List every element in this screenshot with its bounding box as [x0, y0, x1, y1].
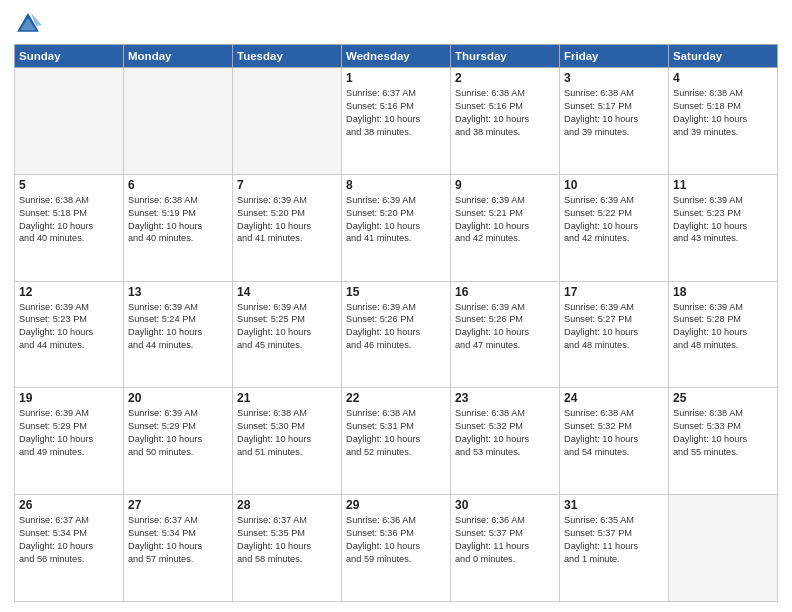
day-number: 18: [673, 285, 773, 299]
day-number: 14: [237, 285, 337, 299]
day-number: 28: [237, 498, 337, 512]
day-info: Sunrise: 6:38 AMSunset: 5:17 PMDaylight:…: [564, 87, 664, 139]
day-number: 5: [19, 178, 119, 192]
calendar-cell: 17Sunrise: 6:39 AMSunset: 5:27 PMDayligh…: [560, 281, 669, 388]
calendar-cell: 3Sunrise: 6:38 AMSunset: 5:17 PMDaylight…: [560, 68, 669, 175]
calendar-cell: 31Sunrise: 6:35 AMSunset: 5:37 PMDayligh…: [560, 495, 669, 602]
calendar-cell: 16Sunrise: 6:39 AMSunset: 5:26 PMDayligh…: [451, 281, 560, 388]
col-header-sunday: Sunday: [15, 45, 124, 68]
col-header-tuesday: Tuesday: [233, 45, 342, 68]
day-info: Sunrise: 6:38 AMSunset: 5:16 PMDaylight:…: [455, 87, 555, 139]
day-number: 30: [455, 498, 555, 512]
day-number: 17: [564, 285, 664, 299]
day-info: Sunrise: 6:39 AMSunset: 5:23 PMDaylight:…: [673, 194, 773, 246]
day-number: 31: [564, 498, 664, 512]
calendar-cell: [669, 495, 778, 602]
day-info: Sunrise: 6:38 AMSunset: 5:32 PMDaylight:…: [564, 407, 664, 459]
day-number: 13: [128, 285, 228, 299]
col-header-monday: Monday: [124, 45, 233, 68]
col-header-wednesday: Wednesday: [342, 45, 451, 68]
calendar-cell: 11Sunrise: 6:39 AMSunset: 5:23 PMDayligh…: [669, 174, 778, 281]
col-header-friday: Friday: [560, 45, 669, 68]
day-info: Sunrise: 6:38 AMSunset: 5:19 PMDaylight:…: [128, 194, 228, 246]
day-info: Sunrise: 6:39 AMSunset: 5:28 PMDaylight:…: [673, 301, 773, 353]
day-number: 21: [237, 391, 337, 405]
calendar: SundayMondayTuesdayWednesdayThursdayFrid…: [14, 44, 778, 602]
calendar-cell: 1Sunrise: 6:37 AMSunset: 5:16 PMDaylight…: [342, 68, 451, 175]
week-row-4: 19Sunrise: 6:39 AMSunset: 5:29 PMDayligh…: [15, 388, 778, 495]
day-info: Sunrise: 6:39 AMSunset: 5:20 PMDaylight:…: [346, 194, 446, 246]
day-number: 20: [128, 391, 228, 405]
week-row-5: 26Sunrise: 6:37 AMSunset: 5:34 PMDayligh…: [15, 495, 778, 602]
calendar-cell: 23Sunrise: 6:38 AMSunset: 5:32 PMDayligh…: [451, 388, 560, 495]
day-info: Sunrise: 6:38 AMSunset: 5:32 PMDaylight:…: [455, 407, 555, 459]
day-number: 11: [673, 178, 773, 192]
calendar-cell: 9Sunrise: 6:39 AMSunset: 5:21 PMDaylight…: [451, 174, 560, 281]
calendar-cell: 12Sunrise: 6:39 AMSunset: 5:23 PMDayligh…: [15, 281, 124, 388]
week-row-2: 5Sunrise: 6:38 AMSunset: 5:18 PMDaylight…: [15, 174, 778, 281]
calendar-cell: 10Sunrise: 6:39 AMSunset: 5:22 PMDayligh…: [560, 174, 669, 281]
calendar-cell: 24Sunrise: 6:38 AMSunset: 5:32 PMDayligh…: [560, 388, 669, 495]
day-info: Sunrise: 6:37 AMSunset: 5:16 PMDaylight:…: [346, 87, 446, 139]
day-info: Sunrise: 6:35 AMSunset: 5:37 PMDaylight:…: [564, 514, 664, 566]
day-info: Sunrise: 6:39 AMSunset: 5:24 PMDaylight:…: [128, 301, 228, 353]
day-info: Sunrise: 6:39 AMSunset: 5:25 PMDaylight:…: [237, 301, 337, 353]
day-number: 4: [673, 71, 773, 85]
day-number: 24: [564, 391, 664, 405]
day-number: 22: [346, 391, 446, 405]
day-number: 12: [19, 285, 119, 299]
day-number: 10: [564, 178, 664, 192]
day-info: Sunrise: 6:39 AMSunset: 5:22 PMDaylight:…: [564, 194, 664, 246]
calendar-cell: 19Sunrise: 6:39 AMSunset: 5:29 PMDayligh…: [15, 388, 124, 495]
calendar-cell: 13Sunrise: 6:39 AMSunset: 5:24 PMDayligh…: [124, 281, 233, 388]
day-number: 1: [346, 71, 446, 85]
day-number: 26: [19, 498, 119, 512]
day-info: Sunrise: 6:36 AMSunset: 5:37 PMDaylight:…: [455, 514, 555, 566]
calendar-cell: 20Sunrise: 6:39 AMSunset: 5:29 PMDayligh…: [124, 388, 233, 495]
calendar-cell: [15, 68, 124, 175]
calendar-cell: 4Sunrise: 6:38 AMSunset: 5:18 PMDaylight…: [669, 68, 778, 175]
day-info: Sunrise: 6:38 AMSunset: 5:30 PMDaylight:…: [237, 407, 337, 459]
day-info: Sunrise: 6:39 AMSunset: 5:29 PMDaylight:…: [128, 407, 228, 459]
day-info: Sunrise: 6:37 AMSunset: 5:34 PMDaylight:…: [128, 514, 228, 566]
logo: [14, 10, 44, 38]
day-number: 27: [128, 498, 228, 512]
calendar-cell: 25Sunrise: 6:38 AMSunset: 5:33 PMDayligh…: [669, 388, 778, 495]
day-number: 9: [455, 178, 555, 192]
day-info: Sunrise: 6:39 AMSunset: 5:21 PMDaylight:…: [455, 194, 555, 246]
week-row-1: 1Sunrise: 6:37 AMSunset: 5:16 PMDaylight…: [15, 68, 778, 175]
calendar-cell: 18Sunrise: 6:39 AMSunset: 5:28 PMDayligh…: [669, 281, 778, 388]
day-number: 25: [673, 391, 773, 405]
day-info: Sunrise: 6:37 AMSunset: 5:34 PMDaylight:…: [19, 514, 119, 566]
week-row-3: 12Sunrise: 6:39 AMSunset: 5:23 PMDayligh…: [15, 281, 778, 388]
calendar-cell: 29Sunrise: 6:36 AMSunset: 5:36 PMDayligh…: [342, 495, 451, 602]
day-number: 23: [455, 391, 555, 405]
page: SundayMondayTuesdayWednesdayThursdayFrid…: [0, 0, 792, 612]
day-number: 3: [564, 71, 664, 85]
day-number: 19: [19, 391, 119, 405]
col-header-saturday: Saturday: [669, 45, 778, 68]
calendar-cell: 2Sunrise: 6:38 AMSunset: 5:16 PMDaylight…: [451, 68, 560, 175]
day-info: Sunrise: 6:39 AMSunset: 5:26 PMDaylight:…: [455, 301, 555, 353]
day-info: Sunrise: 6:39 AMSunset: 5:26 PMDaylight:…: [346, 301, 446, 353]
day-info: Sunrise: 6:37 AMSunset: 5:35 PMDaylight:…: [237, 514, 337, 566]
day-info: Sunrise: 6:39 AMSunset: 5:23 PMDaylight:…: [19, 301, 119, 353]
calendar-cell: 26Sunrise: 6:37 AMSunset: 5:34 PMDayligh…: [15, 495, 124, 602]
day-number: 2: [455, 71, 555, 85]
calendar-cell: [233, 68, 342, 175]
calendar-cell: 6Sunrise: 6:38 AMSunset: 5:19 PMDaylight…: [124, 174, 233, 281]
calendar-cell: 28Sunrise: 6:37 AMSunset: 5:35 PMDayligh…: [233, 495, 342, 602]
day-info: Sunrise: 6:39 AMSunset: 5:29 PMDaylight:…: [19, 407, 119, 459]
day-number: 8: [346, 178, 446, 192]
calendar-cell: 7Sunrise: 6:39 AMSunset: 5:20 PMDaylight…: [233, 174, 342, 281]
logo-icon: [14, 10, 42, 38]
day-info: Sunrise: 6:38 AMSunset: 5:18 PMDaylight:…: [19, 194, 119, 246]
calendar-cell: 8Sunrise: 6:39 AMSunset: 5:20 PMDaylight…: [342, 174, 451, 281]
day-info: Sunrise: 6:38 AMSunset: 5:18 PMDaylight:…: [673, 87, 773, 139]
day-number: 16: [455, 285, 555, 299]
calendar-cell: 21Sunrise: 6:38 AMSunset: 5:30 PMDayligh…: [233, 388, 342, 495]
day-number: 7: [237, 178, 337, 192]
day-info: Sunrise: 6:38 AMSunset: 5:33 PMDaylight:…: [673, 407, 773, 459]
calendar-cell: 14Sunrise: 6:39 AMSunset: 5:25 PMDayligh…: [233, 281, 342, 388]
day-info: Sunrise: 6:36 AMSunset: 5:36 PMDaylight:…: [346, 514, 446, 566]
